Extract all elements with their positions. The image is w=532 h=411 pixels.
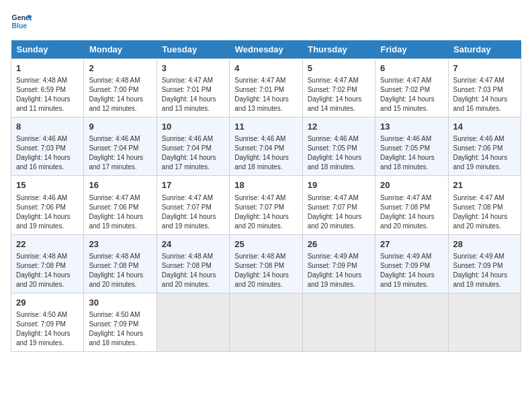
day-number: 16: [89, 179, 151, 191]
day-number: 10: [162, 121, 224, 133]
calendar-cell: 24Sunrise: 4:48 AMSunset: 7:08 PMDayligh…: [157, 234, 229, 293]
day-number: 23: [89, 238, 151, 250]
calendar-cell: 8Sunrise: 4:46 AMSunset: 7:03 PMDaylight…: [11, 118, 84, 176]
days-of-week-row: SundayMondayTuesdayWednesdayThursdayFrid…: [11, 40, 521, 59]
calendar-cell: [302, 293, 375, 351]
day-number: 8: [16, 121, 79, 133]
day-number: 3: [162, 62, 224, 75]
day-number: 5: [308, 62, 370, 75]
day-number: 4: [234, 62, 297, 75]
logo-icon: General Blue: [11, 11, 32, 32]
header: General Blue: [11, 11, 521, 32]
calendar-cell: 12Sunrise: 4:46 AMSunset: 7:05 PMDayligh…: [302, 118, 375, 176]
calendar-cell: 25Sunrise: 4:48 AMSunset: 7:08 PMDayligh…: [230, 234, 302, 293]
calendar-cell: 11Sunrise: 4:46 AMSunset: 7:04 PMDayligh…: [230, 118, 302, 176]
day-number: 1: [16, 62, 79, 75]
calendar-cell: 21Sunrise: 4:47 AMSunset: 7:08 PMDayligh…: [448, 176, 521, 234]
calendar-cell: 26Sunrise: 4:49 AMSunset: 7:09 PMDayligh…: [302, 234, 375, 293]
day-number: 11: [234, 121, 297, 133]
calendar-table: SundayMondayTuesdayWednesdayThursdayFrid…: [11, 40, 521, 352]
calendar-cell: 18Sunrise: 4:47 AMSunset: 7:07 PMDayligh…: [230, 176, 302, 234]
day-number: 28: [453, 238, 516, 250]
day-number: 6: [380, 62, 443, 75]
day-number: 7: [453, 62, 516, 75]
day-number: 20: [380, 179, 443, 191]
calendar-cell: 1Sunrise: 4:48 AMSunset: 6:59 PMDaylight…: [11, 59, 84, 118]
day-number: 25: [234, 238, 297, 250]
calendar-cell: 17Sunrise: 4:47 AMSunset: 7:07 PMDayligh…: [157, 176, 229, 234]
week-row-2: 8Sunrise: 4:46 AMSunset: 7:03 PMDaylight…: [11, 118, 521, 176]
calendar-cell: 2Sunrise: 4:48 AMSunset: 7:00 PMDaylight…: [84, 59, 157, 118]
calendar-cell: 19Sunrise: 4:47 AMSunset: 7:07 PMDayligh…: [302, 176, 375, 234]
day-number: 17: [162, 179, 224, 191]
day-number: 19: [308, 179, 370, 191]
calendar-cell: 5Sunrise: 4:47 AMSunset: 7:02 PMDaylight…: [302, 59, 375, 118]
calendar-body: 1Sunrise: 4:48 AMSunset: 6:59 PMDaylight…: [11, 59, 521, 352]
calendar-cell: 13Sunrise: 4:46 AMSunset: 7:05 PMDayligh…: [375, 118, 448, 176]
week-row-1: 1Sunrise: 4:48 AMSunset: 6:59 PMDaylight…: [11, 59, 521, 118]
day-of-week-sunday: Sunday: [11, 40, 84, 59]
calendar-cell: 29Sunrise: 4:50 AMSunset: 7:09 PMDayligh…: [11, 293, 84, 351]
day-of-week-thursday: Thursday: [302, 40, 375, 59]
day-of-week-monday: Monday: [84, 40, 157, 59]
day-number: 29: [16, 297, 79, 309]
calendar-cell: [157, 293, 229, 351]
calendar-cell: 28Sunrise: 4:49 AMSunset: 7:09 PMDayligh…: [448, 234, 521, 293]
logo: General Blue: [11, 11, 32, 32]
calendar-cell: 4Sunrise: 4:47 AMSunset: 7:01 PMDaylight…: [230, 59, 302, 118]
day-of-week-saturday: Saturday: [448, 40, 521, 59]
calendar-cell: 20Sunrise: 4:47 AMSunset: 7:08 PMDayligh…: [375, 176, 448, 234]
day-number: 27: [380, 238, 443, 250]
calendar-cell: 27Sunrise: 4:49 AMSunset: 7:09 PMDayligh…: [375, 234, 448, 293]
day-number: 18: [234, 179, 297, 191]
day-number: 9: [89, 121, 151, 133]
calendar-cell: [448, 293, 521, 351]
week-row-4: 22Sunrise: 4:48 AMSunset: 7:08 PMDayligh…: [11, 234, 521, 293]
calendar-cell: 22Sunrise: 4:48 AMSunset: 7:08 PMDayligh…: [11, 234, 84, 293]
calendar-cell: 14Sunrise: 4:46 AMSunset: 7:06 PMDayligh…: [448, 118, 521, 176]
calendar-cell: 10Sunrise: 4:46 AMSunset: 7:04 PMDayligh…: [157, 118, 229, 176]
calendar-cell: 9Sunrise: 4:46 AMSunset: 7:04 PMDaylight…: [84, 118, 157, 176]
calendar-cell: [375, 293, 448, 351]
day-number: 30: [89, 297, 151, 309]
calendar-cell: 23Sunrise: 4:48 AMSunset: 7:08 PMDayligh…: [84, 234, 157, 293]
calendar-cell: 6Sunrise: 4:47 AMSunset: 7:02 PMDaylight…: [375, 59, 448, 118]
day-number: 12: [308, 121, 370, 133]
calendar-cell: 7Sunrise: 4:47 AMSunset: 7:03 PMDaylight…: [448, 59, 521, 118]
day-number: 24: [162, 238, 224, 250]
calendar-cell: 30Sunrise: 4:50 AMSunset: 7:09 PMDayligh…: [84, 293, 157, 351]
calendar-cell: 16Sunrise: 4:47 AMSunset: 7:06 PMDayligh…: [84, 176, 157, 234]
day-number: 15: [16, 179, 79, 191]
day-of-week-tuesday: Tuesday: [157, 40, 229, 59]
day-number: 26: [308, 238, 370, 250]
day-of-week-friday: Friday: [375, 40, 448, 59]
day-number: 13: [380, 121, 443, 133]
day-number: 2: [89, 62, 151, 75]
day-number: 22: [16, 238, 79, 250]
calendar-cell: [230, 293, 302, 351]
calendar-cell: 15Sunrise: 4:46 AMSunset: 7:06 PMDayligh…: [11, 176, 84, 234]
week-row-5: 29Sunrise: 4:50 AMSunset: 7:09 PMDayligh…: [11, 293, 521, 351]
calendar-cell: 3Sunrise: 4:47 AMSunset: 7:01 PMDaylight…: [157, 59, 229, 118]
svg-text:Blue: Blue: [12, 22, 28, 30]
day-of-week-wednesday: Wednesday: [230, 40, 302, 59]
week-row-3: 15Sunrise: 4:46 AMSunset: 7:06 PMDayligh…: [11, 176, 521, 234]
day-number: 21: [453, 179, 516, 191]
day-number: 14: [453, 121, 516, 133]
